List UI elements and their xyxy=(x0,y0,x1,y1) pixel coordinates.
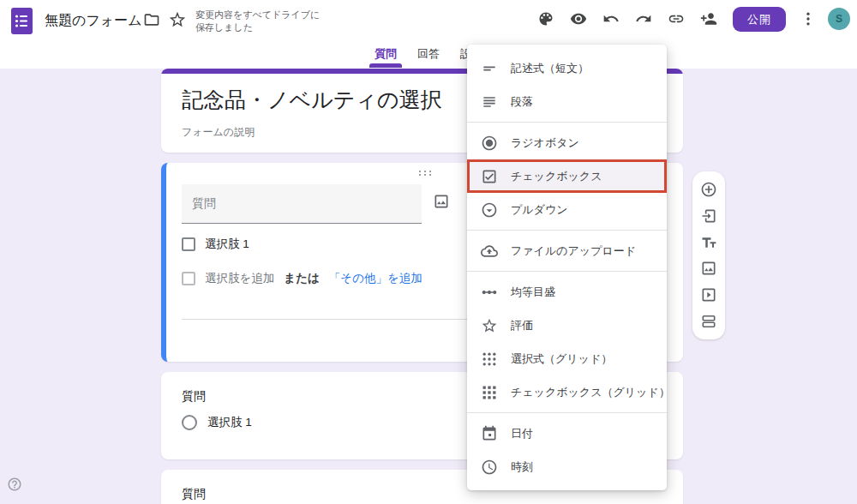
add-video-icon[interactable] xyxy=(700,286,717,303)
add-title-text-icon[interactable] xyxy=(700,234,717,251)
menu-item-label: チェックボックス xyxy=(511,169,602,184)
tab-responses[interactable]: 回答 xyxy=(416,45,441,70)
menu-item-checkbox[interactable]: チェックボックス xyxy=(467,159,667,193)
copy-link-icon[interactable] xyxy=(668,10,685,27)
star-icon[interactable] xyxy=(168,10,187,29)
menu-divider xyxy=(467,271,667,272)
help-icon[interactable] xyxy=(7,477,22,492)
publish-button[interactable]: 公開 xyxy=(733,7,786,32)
menu-item-label: 評価 xyxy=(511,318,533,333)
header-toolbar xyxy=(537,10,717,27)
forms-logo-icon[interactable] xyxy=(11,8,33,34)
menu-item-dropdown[interactable]: プルダウン xyxy=(467,193,667,226)
add-option-row[interactable]: 選択肢を追加 または 「その他」を追加 xyxy=(182,271,423,286)
menu-item-label: ラジオボタン xyxy=(511,135,579,151)
menu-item-label: 均等目盛 xyxy=(511,285,555,300)
menu-divider xyxy=(467,122,667,123)
menu-item-label: 日付 xyxy=(511,426,533,441)
more-options-icon[interactable] xyxy=(800,10,817,27)
add-image-to-question-icon[interactable] xyxy=(433,193,450,210)
question-title[interactable]: 質問 xyxy=(182,487,206,502)
menu-item-label: ファイルのアップロード xyxy=(511,243,636,259)
undo-icon[interactable] xyxy=(602,10,620,27)
redo-icon[interactable] xyxy=(635,10,652,27)
linear-scale-icon xyxy=(481,284,498,301)
date-icon xyxy=(481,425,498,442)
short-answer-icon xyxy=(481,60,498,77)
menu-divider xyxy=(467,230,667,231)
tab-questions[interactable]: 質問 xyxy=(373,45,399,70)
multiple-choice-grid-icon xyxy=(481,351,498,368)
menu-item-checkbox-grid[interactable]: チェックボックス（グリッド） xyxy=(467,375,667,409)
menu-item-short-answer[interactable]: 記述式（短文） xyxy=(467,51,667,85)
paragraph-icon xyxy=(481,93,498,111)
avatar-letter: S xyxy=(836,13,842,25)
menu-item-label: チェックボックス（グリッド） xyxy=(511,385,670,400)
menu-item-radio[interactable]: ラジオボタン xyxy=(467,126,667,159)
menu-item-label: 選択式（グリッド） xyxy=(511,351,612,367)
app-header: 無題のフォーム 変更内容をすべてドライブに保存しました 公開 S xyxy=(0,0,857,69)
save-status-text: 変更内容をすべてドライブに保存しました xyxy=(195,9,326,34)
import-questions-icon[interactable] xyxy=(700,207,717,225)
radio-button-icon xyxy=(481,135,498,152)
move-folder-icon[interactable] xyxy=(143,11,160,28)
checkbox-placeholder-icon xyxy=(182,272,195,285)
option-label[interactable]: 選択肢 1 xyxy=(205,237,249,252)
radio-option-row[interactable]: 選択肢 1 xyxy=(182,415,252,430)
checkbox-grid-icon xyxy=(481,384,498,401)
menu-item-label: 段落 xyxy=(511,94,533,110)
menu-item-multiple-choice-grid[interactable]: 選択式（グリッド） xyxy=(467,342,667,375)
option-label[interactable]: 選択肢 1 xyxy=(207,415,252,430)
checkbox-option-icon xyxy=(182,237,195,251)
menu-item-linear-scale[interactable]: 均等目盛 xyxy=(467,275,667,309)
preview-eye-icon[interactable] xyxy=(570,10,587,27)
menu-item-label: 記述式（短文） xyxy=(511,61,589,76)
active-tab-indicator xyxy=(369,63,402,68)
menu-item-time[interactable]: 時刻 xyxy=(467,450,667,483)
menu-item-label: プルダウン xyxy=(511,202,568,218)
menu-item-file-upload[interactable]: ファイルのアップロード xyxy=(467,234,667,267)
question-type-menu: 記述式（短文） 段落 ラジオボタン チェックボックス プルダウン ファイルのアッ… xyxy=(467,45,667,490)
tab-label: 回答 xyxy=(417,47,440,60)
menu-item-label: 時刻 xyxy=(511,459,533,475)
question-title[interactable]: 質問 xyxy=(182,389,206,405)
or-text: または xyxy=(284,271,319,286)
checkbox-icon xyxy=(481,168,498,185)
insert-toolbar xyxy=(692,171,725,339)
menu-item-date[interactable]: 日付 xyxy=(467,417,667,450)
add-option-text[interactable]: 選択肢を追加 xyxy=(205,271,274,286)
option-row-1[interactable]: 選択肢 1 xyxy=(182,237,249,252)
menu-item-paragraph[interactable]: 段落 xyxy=(467,85,667,118)
add-other-link[interactable]: 「その他」を追加 xyxy=(329,271,423,286)
add-question-icon[interactable] xyxy=(700,181,717,198)
time-icon xyxy=(481,459,498,476)
account-avatar[interactable]: S xyxy=(828,8,850,30)
rating-icon xyxy=(481,317,498,334)
question-title-input[interactable]: 質問 xyxy=(182,184,422,224)
document-title[interactable]: 無題のフォーム xyxy=(45,12,142,30)
theme-palette-icon[interactable] xyxy=(537,10,554,27)
tab-label: 質問 xyxy=(375,47,397,60)
menu-divider xyxy=(467,412,667,413)
dropdown-icon xyxy=(481,201,498,219)
radio-option-icon xyxy=(182,415,197,430)
menu-item-rating[interactable]: 評価 xyxy=(467,309,667,342)
add-collaborators-icon[interactable] xyxy=(700,10,717,27)
file-upload-icon xyxy=(481,243,498,260)
add-image-icon[interactable] xyxy=(700,260,717,277)
drag-handle-icon[interactable] xyxy=(417,170,433,177)
add-section-icon[interactable] xyxy=(700,313,717,330)
